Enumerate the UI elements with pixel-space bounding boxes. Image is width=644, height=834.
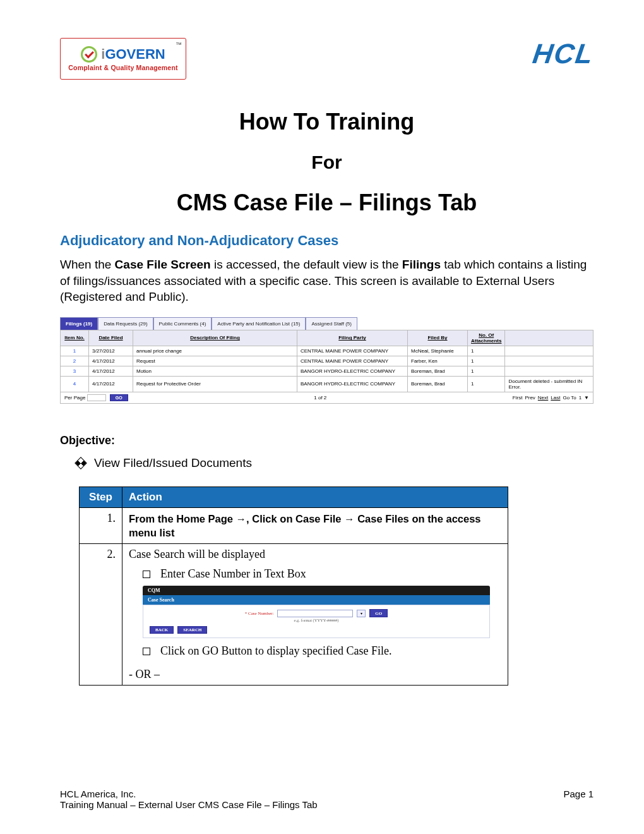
check-badge-icon: [81, 46, 97, 63]
page-indicator: 1 of 2: [314, 395, 326, 401]
table-row: 2. Case Search will be displayed Enter C…: [80, 544, 508, 686]
objective-heading: Objective:: [60, 434, 593, 447]
step2-bullet2: Click on GO Button to display specified …: [160, 644, 391, 658]
cell-note: [505, 356, 593, 366]
cell-party: BANGOR HYDRO-ELECTRIC COMPANY: [297, 366, 408, 376]
footer-subtitle: Training Manual – External User CMS Case…: [60, 799, 593, 810]
page-title-for: For: [60, 152, 593, 173]
pager-goto-value[interactable]: 1: [579, 395, 581, 401]
hcl-logo: HCL: [530, 38, 595, 70]
case-number-label: Case Number:: [245, 611, 274, 616]
table-row: 1. From the Home Page →, Click on Case F…: [80, 507, 508, 544]
case-search-back-button[interactable]: BACK: [150, 626, 174, 634]
col-filing-party[interactable]: Filing Party: [297, 330, 408, 346]
igovern-logo: ™ iGOVERN Complaint & Quality Management: [60, 38, 186, 80]
col-attachments[interactable]: No. Of Attachments: [468, 330, 505, 346]
tab-public-comments[interactable]: Public Comments (4): [153, 317, 212, 330]
step2-lead: Case Search will be displayed: [129, 548, 501, 561]
tab-filings[interactable]: Filings (19): [60, 317, 98, 330]
filings-table: Item No. Date Filed Description Of Filin…: [60, 330, 593, 392]
pager-first[interactable]: First: [513, 395, 523, 401]
cell-date: 4/17/2012: [89, 376, 133, 392]
cell-att: 1: [468, 366, 505, 376]
step-number: 1.: [80, 507, 122, 544]
trademark: ™: [176, 41, 182, 48]
section-heading: Adjudicatory and Non-Adjudicatory Cases: [60, 233, 593, 249]
tab-active-party[interactable]: Active Party and Notification List (15): [212, 317, 306, 330]
cell-date: 4/17/2012: [89, 356, 133, 366]
item-no-link[interactable]: 1: [64, 348, 85, 354]
cell-desc: Motion: [133, 366, 297, 376]
filings-screenshot: Filings (19) Data Requests (29) Public C…: [60, 317, 593, 404]
per-page-go-button[interactable]: GO: [110, 394, 128, 401]
case-search-search-button[interactable]: SEARCH: [177, 626, 207, 634]
col-description[interactable]: Description Of Filing: [133, 330, 297, 346]
pager-last[interactable]: Last: [551, 395, 560, 401]
cell-note: Document deleted - submitted IN Error.: [505, 376, 593, 392]
cell-note: [505, 346, 593, 356]
cell-desc: Request for Protective Order: [133, 376, 297, 392]
intro-paragraph: When the Case File Screen is accessed, t…: [60, 257, 593, 305]
cell-date: 4/17/2012: [89, 366, 133, 376]
steps-table: Step Action 1. From the Home Page →, Cli…: [79, 486, 508, 686]
col-item-no[interactable]: Item No.: [61, 330, 89, 346]
cell-party: CENTRAL MAINE POWER COMPANY: [297, 346, 408, 356]
igovern-subtitle: Complaint & Quality Management: [68, 64, 177, 71]
table-row: 34/17/2012MotionBANGOR HYDRO-ELECTRIC CO…: [61, 366, 593, 376]
cell-by: Boreman, Brad: [408, 366, 468, 376]
step1-text: From the Home Page →, Click on Case File…: [129, 512, 501, 540]
per-page-input[interactable]: [87, 394, 106, 401]
page-title-subject: CMS Case File – Filings Tab: [60, 190, 593, 216]
col-filed-by[interactable]: Filed By: [408, 330, 468, 346]
table-row: 44/17/2012Request for Protective OrderBA…: [61, 376, 593, 392]
cell-by: McNeal, Stephanie: [408, 346, 468, 356]
footer-company: HCL America, Inc.: [60, 789, 136, 799]
step2-or: - OR –: [129, 668, 501, 681]
objective-item: View Filed/Issued Documents: [76, 456, 593, 470]
case-number-dropdown[interactable]: ▾: [357, 610, 366, 617]
step-number: 2.: [80, 544, 122, 686]
footer-page: Page 1: [563, 789, 593, 799]
case-number-input[interactable]: [277, 610, 353, 617]
case-search-go-button[interactable]: GO: [369, 609, 388, 617]
cell-desc: annual price change: [133, 346, 297, 356]
case-search-topbar: CQM: [143, 586, 490, 595]
tab-data-requests[interactable]: Data Requests (29): [98, 317, 153, 330]
igovern-brand: iGOVERN: [101, 46, 165, 63]
col-notes: [505, 330, 593, 346]
checkbox-icon: [143, 571, 150, 578]
cell-note: [505, 366, 593, 376]
cell-by: Farber, Ken: [408, 356, 468, 366]
steps-header-action: Action: [122, 486, 508, 507]
tab-assigned-staff[interactable]: Assigned Staff (5): [306, 317, 357, 330]
checkbox-icon: [143, 648, 150, 655]
cell-desc: Request: [133, 356, 297, 366]
cell-date: 3/27/2012: [89, 346, 133, 356]
case-search-header: Case Search: [143, 595, 490, 605]
table-row: 24/17/2012RequestCENTRAL MAINE POWER COM…: [61, 356, 593, 366]
pager-next[interactable]: Next: [538, 395, 548, 401]
page-footer: HCL America, Inc. Page 1 Training Manual…: [60, 789, 593, 810]
item-no-link[interactable]: 3: [64, 368, 85, 374]
step2-bullet1: Enter Case Number in Text Box: [160, 567, 306, 581]
item-no-link[interactable]: 2: [64, 358, 85, 364]
cell-att: 1: [468, 356, 505, 366]
cell-party: BANGOR HYDRO-ELECTRIC COMPANY: [297, 376, 408, 392]
cell-by: Boreman, Brad: [408, 376, 468, 392]
per-page-group: Per Page GO: [64, 394, 128, 401]
col-date-filed[interactable]: Date Filed: [89, 330, 133, 346]
bullet-diamond-icon: [75, 457, 87, 469]
cell-party: CENTRAL MAINE POWER COMPANY: [297, 356, 408, 366]
pager-prev[interactable]: Prev: [525, 395, 535, 401]
case-number-format-hint: e.g. format (YYYY-#####): [150, 618, 483, 622]
case-search-screenshot: CQM Case Search Case Number: ▾ GO e.g. f…: [143, 586, 490, 638]
cell-att: 1: [468, 376, 505, 392]
cell-att: 1: [468, 346, 505, 356]
table-row: 13/27/2012annual price changeCENTRAL MAI…: [61, 346, 593, 356]
page-title: How To Training: [60, 109, 593, 135]
dropdown-icon[interactable]: ▼: [584, 395, 589, 401]
item-no-link[interactable]: 4: [64, 381, 85, 387]
steps-header-step: Step: [80, 486, 122, 507]
pager-goto-label: Go To: [563, 395, 576, 401]
